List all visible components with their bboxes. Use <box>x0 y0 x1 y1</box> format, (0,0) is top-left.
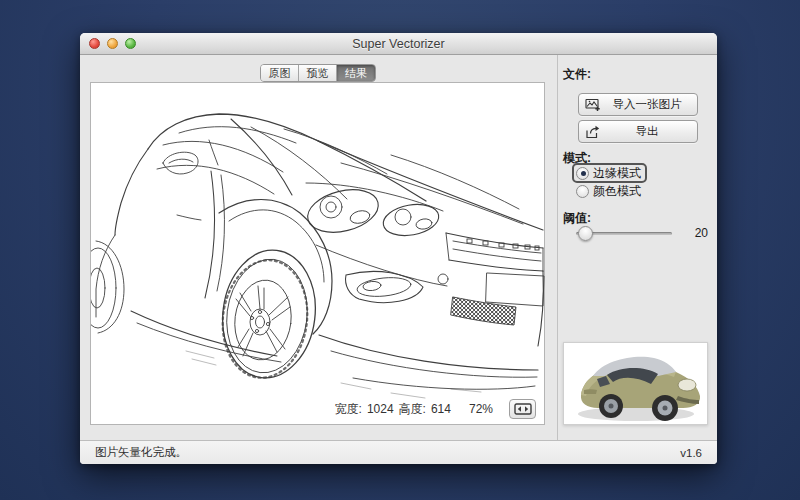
image-info-bar: 宽度: 1024 高度: 614 72% <box>335 399 536 419</box>
image-height-value: 614 <box>431 402 451 416</box>
radio-color-mode[interactable]: 颜色模式 <box>574 183 645 199</box>
radio-selected-icon <box>576 167 589 180</box>
status-bar: 图片矢量化完成。 v1.6 <box>80 440 717 464</box>
add-image-icon <box>585 98 603 112</box>
export-label: 导出 <box>603 124 691 139</box>
fit-to-window-button[interactable] <box>509 399 536 419</box>
color-mode-label: 颜色模式 <box>593 183 641 200</box>
image-width-label: 宽度: <box>335 401 362 418</box>
image-width-value: 1024 <box>367 402 394 416</box>
export-button[interactable]: 导出 <box>578 120 698 143</box>
result-canvas[interactable]: 宽度: 1024 高度: 614 72% <box>90 82 545 425</box>
export-arrow-icon <box>585 125 603 139</box>
import-image-label: 导入一张图片 <box>603 97 691 112</box>
edge-mode-label: 边缘模式 <box>593 165 641 182</box>
source-car-photo <box>564 343 707 424</box>
radio-edge-mode[interactable]: 边缘模式 <box>574 165 645 181</box>
threshold-slider[interactable] <box>576 225 672 241</box>
fit-to-window-icon <box>514 403 532 415</box>
radio-unselected-icon <box>576 185 589 198</box>
threshold-slider-knob[interactable] <box>578 226 593 241</box>
threshold-slider-row: 20 <box>576 225 708 241</box>
version-label: v1.6 <box>680 447 702 459</box>
image-height-label: 高度: <box>399 401 426 418</box>
view-tabs: 原图 预览 结果 <box>260 64 376 82</box>
import-image-button[interactable]: 导入一张图片 <box>578 93 698 116</box>
sidebar: 文件: 导入一张图片 <box>558 55 717 440</box>
status-message: 图片矢量化完成。 <box>95 445 187 460</box>
title-bar[interactable]: Super Vectorizer <box>80 33 717 55</box>
file-section-label: 文件: <box>563 66 591 83</box>
vectorized-car-drawing <box>91 83 546 426</box>
content-area: 原图 预览 结果 <box>80 55 717 440</box>
zoom-percent: 72% <box>469 402 493 416</box>
source-image-thumbnail <box>563 342 708 425</box>
tab-original[interactable]: 原图 <box>261 65 299 81</box>
window-title: Super Vectorizer <box>80 33 717 55</box>
app-window: Super Vectorizer 原图 预览 结果 <box>80 33 717 464</box>
tab-preview[interactable]: 预览 <box>299 65 337 81</box>
threshold-value: 20 <box>695 226 708 240</box>
tab-result[interactable]: 结果 <box>337 65 375 81</box>
